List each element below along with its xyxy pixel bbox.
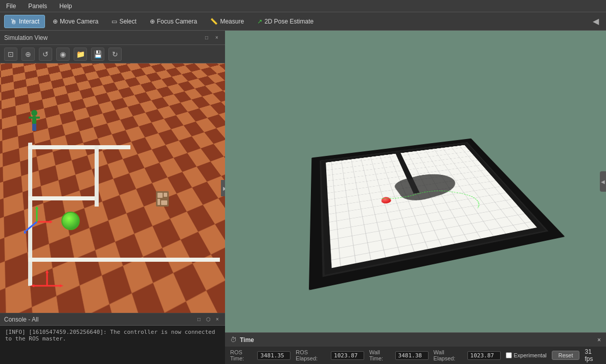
ros-time-value: 3481.35 [257,351,290,360]
bottom-bar: ⏱ Time × ROS Time: 3481.35 ROS Elapsed: … [225,332,606,364]
main-toolbar: 🖱 Interact ⊕ Move Camera ▭ Select ⊕ Focu… [0,12,606,31]
status-bar: ROS Time: 3481.35 ROS Elapsed: 1023.87 W… [225,347,606,364]
time-header: ⏱ Time × [225,332,606,347]
wall-inner-v [95,145,99,207]
green-robot [61,212,80,230]
focus-camera-icon: ⊕ [150,18,155,25]
svg-point-0 [31,110,37,116]
console-content: [INFO] [1610547459.205256640]: The contr… [0,326,225,364]
sim-tool-folder[interactable]: 📁 [74,48,87,61]
rviz-canvas[interactable]: ◀ [225,31,606,332]
interact-icon: 🖱 [10,17,17,26]
pose-estimate-button[interactable]: ↗ 2D Pose Estimate [252,15,319,28]
scene-background: ▶ [0,63,225,313]
pose-icon: ↗ [257,18,262,25]
sim-tool-eye[interactable]: ◉ [56,48,70,61]
svg-rect-2 [32,124,34,131]
sim-tool-add[interactable]: ⊕ [21,48,35,61]
svg-rect-7 [158,193,163,198]
time-close[interactable]: × [597,336,601,344]
console-float[interactable]: ⬡ [205,316,212,323]
axes-indicator [21,207,52,239]
move-camera-icon: ⊕ [53,18,58,25]
console-area: Console - All □ ⬡ × [INFO] [1610547459.2… [0,313,225,364]
svg-marker-12 [50,220,52,223]
measure-button[interactable]: 📏 Measure [205,15,250,28]
console-title: Console - All [4,316,38,323]
reset-button[interactable]: Reset [552,351,580,360]
wall-bottom [28,258,220,262]
wall-time-value: 3481.38 [395,351,429,360]
console-close[interactable]: × [214,316,221,323]
wall-time-label: Wall Time: [369,349,393,361]
panel-collapse-handle[interactable]: ▶ [221,180,225,196]
fps-display: 31 fps [585,348,601,362]
ros-time-group: ROS Time: 3481.35 [230,349,290,361]
move-camera-label: Move Camera [60,18,98,25]
svg-line-15 [26,222,37,231]
sim-view-tool-1[interactable]: ⊡ [4,48,17,61]
console-minimize[interactable]: □ [195,316,203,323]
measure-label: Measure [220,18,244,25]
ros-elapsed-value: 1023.87 [331,351,364,360]
rviz-collapse-handle[interactable]: ◀ [600,171,606,192]
help-menu[interactable]: Help [57,2,74,11]
select-label: Select [119,18,136,25]
svg-marker-18 [60,284,63,287]
sim-view-controls: □ × [203,34,221,42]
console-header: Console - All □ ⬡ × [0,313,225,326]
focus-camera-button[interactable]: ⊕ Focus Camera [144,15,203,28]
interact-button[interactable]: 🖱 Interact [4,15,45,28]
collapse-panel-button[interactable]: ◀ [590,15,602,28]
pose-estimate-label: 2D Pose Estimate [264,18,313,25]
simulation-canvas[interactable]: ▶ [0,63,225,313]
human-figure [27,109,42,134]
sim-toolbar: ⊡ ⊕ ↺ ◉ 📁 💾 ↻ [0,45,225,63]
svg-marker-20 [31,284,34,287]
simulation-view-title: Simulation View [4,34,48,41]
sim-tool-refresh[interactable]: ↻ [108,48,122,61]
experimental-group: Experimental [506,352,547,358]
svg-rect-3 [34,124,36,131]
simulation-view-header: Simulation View □ × [0,31,225,45]
select-button[interactable]: ▭ Select [106,15,142,28]
left-panel: Simulation View □ × ⊡ ⊕ ↺ ◉ 📁 💾 ↻ [0,31,225,364]
map-container [320,142,548,277]
red-arrows [27,270,68,303]
measure-icon: 📏 [210,18,218,25]
wall-elapsed-value: 1023.87 [467,351,501,360]
svg-rect-1 [32,116,36,124]
toolbar-right: ◀ [590,15,602,28]
ros-time-label: ROS Time: [230,349,255,361]
svg-rect-10 [161,200,167,205]
minimize-button[interactable]: □ [203,34,211,42]
move-camera-button[interactable]: ⊕ Move Camera [47,15,104,28]
close-button[interactable]: × [213,34,221,42]
console-controls: □ ⬡ × [195,316,221,323]
console-message: [INFO] [1610547459.205256640]: The contr… [5,329,215,342]
ros-elapsed-label: ROS Elapsed: [296,349,329,361]
menu-bar: File Panels Help [0,0,606,12]
experimental-label: Experimental [514,352,547,358]
main-area: Simulation View □ × ⊡ ⊕ ↺ ◉ 📁 💾 ↻ [0,31,606,364]
wall-elapsed-label: Wall Elapsed: [434,349,465,361]
sim-tool-save[interactable]: 💾 [91,48,104,61]
svg-rect-9 [158,199,160,205]
wall-top [28,145,130,149]
svg-rect-4 [29,117,32,119]
wall-middle-h [28,196,95,200]
time-icon: ⏱ [230,336,237,344]
sim-tool-rotate[interactable]: ↺ [39,48,52,61]
experimental-checkbox[interactable] [506,352,512,358]
svg-rect-5 [36,117,40,119]
svg-marker-22 [46,270,49,273]
svg-rect-8 [164,193,167,197]
ros-elapsed-group: ROS Elapsed: 1023.87 [296,349,364,361]
time-title: Time [240,336,254,344]
right-panel: ◀ ⏱ Time × ROS Time: 3481.35 ROS Elapsed… [225,31,606,364]
focus-camera-label: Focus Camera [157,18,197,25]
wall-elapsed-group: Wall Elapsed: 1023.87 [434,349,501,361]
select-icon: ▭ [111,18,117,25]
file-menu[interactable]: File [4,2,18,11]
panels-menu[interactable]: Panels [26,2,49,11]
